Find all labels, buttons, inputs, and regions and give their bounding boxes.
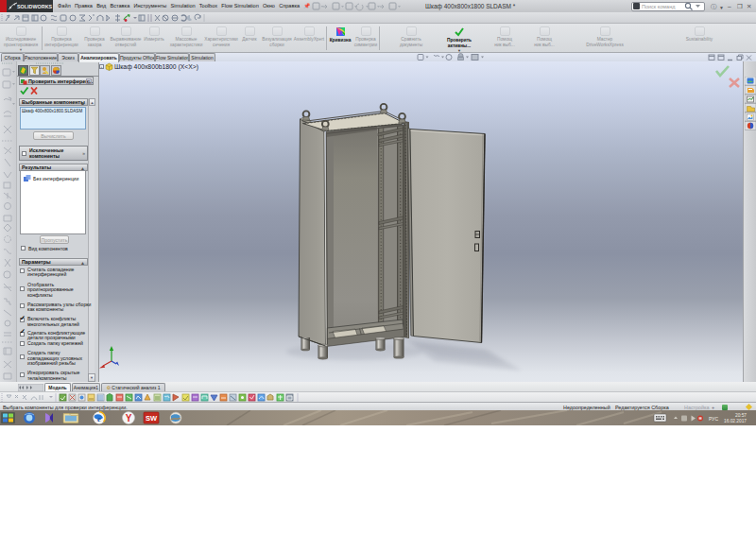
svg-text:e: e	[97, 414, 101, 423]
svg-text:РУС: РУС	[709, 416, 718, 422]
svg-text:16.02.2017: 16.02.2017	[724, 419, 747, 423]
svg-text:Y: Y	[126, 413, 132, 423]
svg-text:SW: SW	[146, 414, 158, 423]
svg-text:20:57: 20:57	[735, 413, 747, 418]
